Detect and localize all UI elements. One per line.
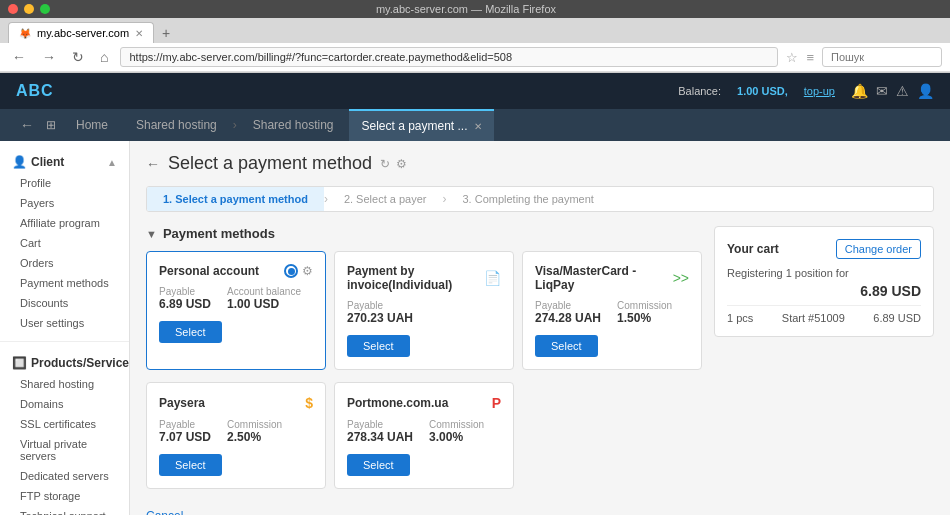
portmone-commission: Commission 3.00% [429,419,484,444]
invoice-payable-value: 270.23 UAH [347,311,413,325]
home-nav-button[interactable]: ⌂ [96,47,112,67]
payment-section-toggle[interactable]: ▼ [146,228,157,240]
reload-nav-button[interactable]: ↻ [68,47,88,67]
personal-balance-value: 1.00 USD [227,297,301,311]
liqpay-commission: Commission 1.50% [617,300,672,325]
step-3[interactable]: 3. Completing the payment [446,187,609,211]
close-btn[interactable] [8,4,18,14]
paysera-select-button[interactable]: Select [159,454,222,476]
sidebar-section-products: 🔲 Products/Services ▲ Shared hosting Dom… [0,346,129,515]
payment-personal-details: Payable 6.89 USD Account balance 1.00 US… [159,286,313,311]
app-logo: ABC [16,82,54,100]
user-icon[interactable]: 👤 [917,83,934,99]
active-tab-close-icon[interactable]: ✕ [474,121,482,132]
cart-registering-label: Registering 1 position for [727,267,921,279]
invoice-payable-label: Payable [347,300,413,311]
paysera-commission: Commission 2.50% [227,419,282,444]
sidebar-item-shared-hosting[interactable]: Shared hosting [0,374,129,394]
page-refresh-icon[interactable]: ↻ [380,157,390,171]
personal-gear-icon[interactable]: ⚙ [302,264,313,278]
page-back-button[interactable]: ← [146,156,160,172]
breadcrumb-back-icon[interactable]: ← [16,117,38,133]
payment-paysera-details: Payable 7.07 USD Commission 2.50% [159,419,313,444]
personal-select-button[interactable]: Select [159,321,222,343]
sidebar-item-orders[interactable]: Orders [0,253,129,273]
topup-link[interactable]: top-up [804,85,835,97]
cart-line: 1 pcs Start #51009 6.89 USD [727,312,921,324]
page-title-row: ← Select a payment method ↻ ⚙ [146,153,934,174]
sidebar-products-header[interactable]: 🔲 Products/Services ▲ [0,350,129,374]
personal-balance-label: Account balance [227,286,301,297]
new-tab-button[interactable]: + [156,23,176,43]
cart-section: Your cart Change order Registering 1 pos… [714,226,934,515]
sidebar-item-payers[interactable]: Payers [0,193,129,213]
nav-item-home[interactable]: Home [64,109,120,141]
sidebar-item-affiliate[interactable]: Affiliate program [0,213,129,233]
nav-item-shared1[interactable]: Shared hosting [124,109,229,141]
sidebar-item-vps[interactable]: Virtual private servers [0,434,129,466]
personal-radio-inner [288,268,295,275]
address-bar[interactable] [120,47,778,67]
payment-card-invoice-header: Payment by invoice(Individual) 📄 [347,264,501,292]
payment-invoice-title: Payment by invoice(Individual) [347,264,484,292]
sidebar-item-dedicated[interactable]: Dedicated servers [0,466,129,486]
tab-label: my.abc-server.com [37,27,129,39]
cart-title: Your cart [727,242,779,256]
balance-label: Balance: [678,85,721,97]
liqpay-payable-label: Payable [535,300,601,311]
liqpay-select-button[interactable]: Select [535,335,598,357]
sidebar-item-ssl[interactable]: SSL certificates [0,414,129,434]
browser-tab[interactable]: 🦊 my.abc-server.com ✕ [8,22,154,43]
steps-bar: 1. Select a payment method › 2. Select a… [146,186,934,212]
client-section-icon: 👤 [12,155,27,169]
nav-item-shared2[interactable]: Shared hosting [241,109,346,141]
personal-payable-value: 6.89 USD [159,297,211,311]
change-order-button[interactable]: Change order [836,239,921,259]
bookmark-icon[interactable]: ☆ [786,50,798,65]
minimize-btn[interactable] [24,4,34,14]
payment-card-portmone-header: Portmone.com.ua P [347,395,501,411]
invoice-select-button[interactable]: Select [347,335,410,357]
sidebar-item-cart[interactable]: Cart [0,233,129,253]
forward-nav-button[interactable]: → [38,47,60,67]
sidebar-item-user-settings[interactable]: User settings [0,313,129,333]
payment-personal-title: Personal account [159,264,259,278]
maximize-btn[interactable] [40,4,50,14]
sidebar-item-profile[interactable]: Profile [0,173,129,193]
alerts-icon[interactable]: ⚠ [896,83,909,99]
paysera-commission-value: 2.50% [227,430,282,444]
cart-divider [727,305,921,306]
tab-bar: 🦊 my.abc-server.com ✕ + [0,18,950,43]
personal-payable-label: Payable [159,286,211,297]
client-toggle-icon[interactable]: ▲ [107,157,117,168]
payment-portmone-title: Portmone.com.ua [347,396,448,410]
payment-card-paysera: Paysera $ Payable 7.07 USD Commission 2.… [146,382,326,489]
sidebar-item-tech-support[interactable]: Technical support [0,506,129,515]
cancel-link[interactable]: Cancel [146,509,183,515]
notifications-icon[interactable]: 🔔 [851,83,868,99]
sidebar-item-domains[interactable]: Domains [0,394,129,414]
messages-icon[interactable]: ✉ [876,83,888,99]
payment-card-portmone: Portmone.com.ua P Payable 278.34 UAH Com… [334,382,514,489]
sidebar-section-client: 👤 Client ▲ Profile Payers Affiliate prog… [0,145,129,337]
back-nav-button[interactable]: ← [8,47,30,67]
top-nav: ← ⊞ Home Shared hosting › Shared hosting… [0,109,950,141]
payment-section-title: Payment methods [163,226,275,241]
cart-item-price: 6.89 USD [873,312,921,324]
step-2[interactable]: 2. Select a payer [328,187,443,211]
liqpay-commission-value: 1.50% [617,311,672,325]
menu-icon[interactable]: ≡ [806,50,814,65]
portmone-select-button[interactable]: Select [347,454,410,476]
personal-radio [284,264,298,278]
sidebar-item-payment-methods[interactable]: Payment methods [0,273,129,293]
breadcrumb-icon2[interactable]: ⊞ [42,118,60,132]
search-input[interactable] [822,47,942,67]
step-1[interactable]: 1. Select a payment method [147,187,324,211]
page-settings-icon[interactable]: ⚙ [396,157,407,171]
nav-tab-active[interactable]: Select a payment ... ✕ [349,109,493,141]
content-inner: ▼ Payment methods Personal account [146,226,934,515]
sidebar-item-discounts[interactable]: Discounts [0,293,129,313]
sidebar-client-header[interactable]: 👤 Client ▲ [0,149,129,173]
tab-close-icon[interactable]: ✕ [135,28,143,39]
sidebar-item-ftp[interactable]: FTP storage [0,486,129,506]
